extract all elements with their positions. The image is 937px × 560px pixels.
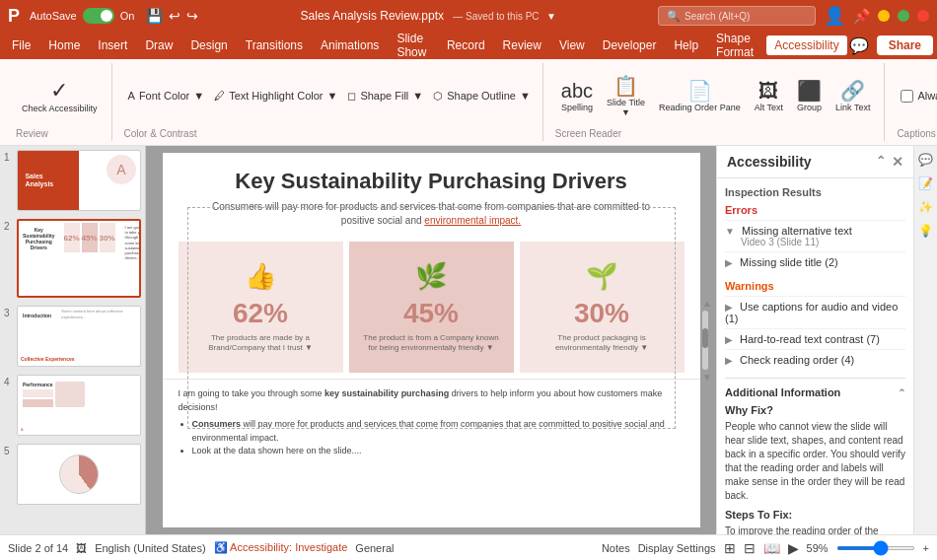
slide-thumbnail-4[interactable]: Performance & xyxy=(17,375,141,436)
scroll-down-arrow[interactable]: ▼ xyxy=(702,372,712,383)
link-text-button[interactable]: 🔗 Link Text xyxy=(829,75,876,116)
menu-accessibility[interactable]: Accessibility xyxy=(766,35,846,55)
slide-thumbnail-1[interactable]: Sales Analysis A xyxy=(17,150,141,211)
spelling-button[interactable]: abc Spelling xyxy=(555,76,599,116)
panel-header-icons: ⌃ ✕ xyxy=(876,154,903,170)
menu-draw[interactable]: Draw xyxy=(137,35,180,55)
check-accessibility-button[interactable]: ✓ Check Accessibility xyxy=(16,74,104,117)
shape-fill-button[interactable]: ◻ Shape Fill ▼ xyxy=(343,88,427,105)
error-item-1[interactable]: ▼ Missing alternative text Video 3 (Slid… xyxy=(725,220,905,251)
slide-bullet-2: Look at the data shown here on the slide… xyxy=(192,445,685,458)
saved-status: — Saved to this PC xyxy=(453,11,539,22)
ribbon-buttons-captions: Always Use Subtitles ⚙ Subtitle Settings… xyxy=(897,65,937,126)
font-color-dropdown[interactable]: ▼ xyxy=(193,90,204,102)
side-icon-2[interactable]: 📝 xyxy=(916,174,936,193)
environmental-impact-link[interactable]: environmental impact. xyxy=(424,215,521,226)
side-icon-1[interactable]: 💬 xyxy=(916,150,936,170)
autosave-toggle[interactable] xyxy=(83,8,114,24)
shape-outline-dropdown[interactable]: ▼ xyxy=(520,90,531,102)
why-fix-text: People who cannot view the slide will he… xyxy=(725,420,905,503)
stat-icon-3: 🌱 xyxy=(586,261,617,292)
menu-record[interactable]: Record xyxy=(439,35,493,55)
menu-animations[interactable]: Animations xyxy=(313,35,387,55)
panel-content: Inspection Results Errors ▼ Missing alte… xyxy=(717,178,913,534)
menu-review[interactable]: Review xyxy=(495,35,549,55)
reading-order-button[interactable]: 📄 Reading Order Pane xyxy=(653,75,747,116)
search-placeholder: Search (Alt+Q) xyxy=(685,11,750,22)
additional-info-collapse-icon[interactable]: ⌃ xyxy=(898,387,905,398)
accessibility-status[interactable]: ♿ Accessibility: Investigate xyxy=(214,541,348,554)
comments-icon[interactable]: 💬 xyxy=(849,36,869,55)
user-avatar[interactable]: 👤 xyxy=(824,5,845,27)
slide-thumbnail-3[interactable]: Introduction Some content here about col… xyxy=(17,306,141,367)
redo-icon[interactable]: ↪ xyxy=(186,8,198,24)
view-slidesorter-icon[interactable]: ⊟ xyxy=(744,540,756,556)
minimize-button[interactable] xyxy=(878,10,890,22)
panel-title: Accessibility xyxy=(727,154,812,170)
menu-shape-format[interactable]: Shape Format xyxy=(708,29,764,62)
panel-close-icon[interactable]: ✕ xyxy=(892,154,903,170)
menu-insert[interactable]: Insert xyxy=(90,35,135,55)
ribbon-icon[interactable]: 📌 xyxy=(853,8,870,24)
slide-thumbnail-5[interactable] xyxy=(17,444,141,505)
group-button[interactable]: ⬛ Group xyxy=(791,75,828,116)
menu-slideshow[interactable]: Slide Show xyxy=(389,29,437,62)
shape-outline-button[interactable]: ⬡ Shape Outline ▼ xyxy=(429,88,535,105)
side-icon-4[interactable]: 💡 xyxy=(916,221,936,241)
error-item-2[interactable]: ▶ Missing slide title (2) xyxy=(725,251,905,272)
view-reading-icon[interactable]: 📖 xyxy=(763,540,780,556)
menu-view[interactable]: View xyxy=(551,35,593,55)
alt-text-icon: 🖼 xyxy=(758,80,778,103)
save-icon[interactable]: 💾 xyxy=(146,8,163,24)
search-icon: 🔍 xyxy=(667,10,681,23)
canvas-area: Key Sustainability Purchasing Drivers Co… xyxy=(146,146,716,534)
slide-thumbnail-2[interactable]: Key Sustainability Purchasing Drivers 62… xyxy=(17,219,141,298)
menu-file[interactable]: File xyxy=(4,35,38,55)
notes-button[interactable]: Notes xyxy=(602,542,630,554)
text-highlight-dropdown[interactable]: ▼ xyxy=(327,90,338,102)
menu-transitions[interactable]: Transitions xyxy=(238,35,311,55)
menu-home[interactable]: Home xyxy=(40,35,88,55)
slide-title-button[interactable]: 📋 Slide Title ▼ xyxy=(601,70,651,121)
display-settings-button[interactable]: Display Settings xyxy=(638,542,716,554)
panel-chevron-icon[interactable]: ⌃ xyxy=(876,154,886,170)
view-slideshow-icon[interactable]: ▶ xyxy=(788,540,799,556)
status-bar-right: Notes Display Settings ⊞ ⊟ 📖 ▶ 59% + xyxy=(602,540,929,556)
warning-2-text: Hard-to-read text contrast (7) xyxy=(740,333,880,345)
side-icon-3[interactable]: ✨ xyxy=(916,197,936,217)
slide-title-dropdown[interactable]: ▼ xyxy=(621,107,630,117)
dropdown-arrow[interactable]: ▼ xyxy=(546,11,556,22)
shape-fill-dropdown[interactable]: ▼ xyxy=(412,90,423,102)
ribbon-group-screen-reader: abc Spelling 📋 Slide Title ▼ 📄 Reading O… xyxy=(547,63,886,141)
always-subtitles-checkbox[interactable]: Always Use Subtitles xyxy=(897,88,937,105)
menu-bar: File Home Insert Draw Design Transitions… xyxy=(0,32,937,59)
search-box[interactable]: 🔍 Search (Alt+Q) xyxy=(658,6,816,26)
maximize-button[interactable] xyxy=(898,10,909,22)
slide-num-2: 2 xyxy=(4,219,14,232)
warning-item-2[interactable]: ▶ Hard-to-read text contrast (7) xyxy=(725,328,905,349)
zoom-in-icon[interactable]: + xyxy=(923,542,929,554)
warnings-section: Warnings ▶ Use captions for audio and vi… xyxy=(725,280,905,370)
view-normal-icon[interactable]: ⊞ xyxy=(724,540,736,556)
subtitles-check[interactable] xyxy=(901,90,913,103)
ribbon-buttons-screen-reader: abc Spelling 📋 Slide Title ▼ 📄 Reading O… xyxy=(555,65,877,126)
group-icon: ⬛ xyxy=(797,79,822,103)
share-button[interactable]: Share xyxy=(877,35,933,55)
warning-item-1[interactable]: ▶ Use captions for audio and video (1) xyxy=(725,296,905,328)
additional-info-header[interactable]: Additional Information ⌃ xyxy=(725,386,905,398)
warning-item-3[interactable]: ▶ Check reading order (4) xyxy=(725,349,905,370)
menu-developer[interactable]: Developer xyxy=(595,35,665,55)
error-2-expand-icon: ▶ xyxy=(725,257,733,268)
ribbon-group-review: ✓ Check Accessibility Review xyxy=(8,63,112,141)
menu-design[interactable]: Design xyxy=(182,35,235,55)
zoom-slider[interactable] xyxy=(836,546,915,550)
font-color-icon: A xyxy=(128,90,135,102)
font-color-button[interactable]: A Font Color ▼ xyxy=(124,88,209,104)
menu-help[interactable]: Help xyxy=(666,35,706,55)
text-highlight-button[interactable]: 🖊 Text Highlight Color ▼ xyxy=(210,88,341,104)
undo-icon[interactable]: ↩ xyxy=(169,8,180,24)
alt-text-button[interactable]: 🖼 Alt Text xyxy=(749,76,789,116)
scroll-up-arrow[interactable]: ▲ xyxy=(702,298,712,309)
general-status[interactable]: General xyxy=(355,542,394,554)
close-button[interactable] xyxy=(917,10,929,22)
